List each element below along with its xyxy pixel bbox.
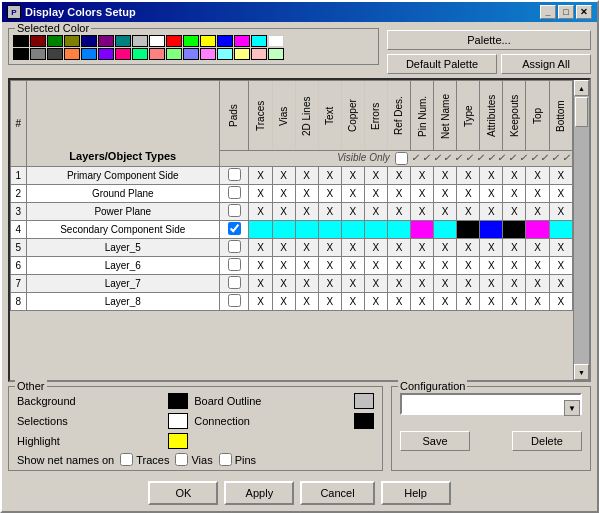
- vias-checkbox-item: Vias: [175, 453, 212, 466]
- pins-checkbox[interactable]: [219, 453, 232, 466]
- config-buttons: Save Delete: [400, 431, 582, 451]
- minimize-button[interactable]: _: [540, 5, 556, 19]
- swatch[interactable]: [251, 35, 267, 47]
- vis-check[interactable]: [228, 294, 241, 307]
- scrollbar-track: [574, 96, 589, 364]
- vias-checkbox[interactable]: [175, 453, 188, 466]
- background-color-box[interactable]: [168, 393, 188, 409]
- traces-checkbox[interactable]: [120, 453, 133, 466]
- swatch[interactable]: [81, 48, 97, 60]
- pins-checkbox-label: Pins: [235, 454, 256, 466]
- connection-label: Connection: [194, 415, 348, 427]
- scrollbar-vertical[interactable]: ▲ ▼: [573, 80, 589, 380]
- swatch-row-2: [13, 48, 374, 60]
- board-outline-color-box[interactable]: [354, 393, 374, 409]
- selections-color-box[interactable]: [168, 413, 188, 429]
- palette-button[interactable]: Palette...: [387, 30, 591, 50]
- vis-check[interactable]: [228, 204, 241, 217]
- swatch[interactable]: [13, 35, 29, 47]
- col-pinnum: Pin Num.: [411, 81, 434, 151]
- default-palette-button[interactable]: Default Palette: [387, 54, 497, 74]
- swatch[interactable]: [13, 48, 29, 60]
- visible-only-label: Visible Only ✓ ✓ ✓ ✓ ✓ ✓ ✓ ✓ ✓ ✓ ✓ ✓ ✓ ✓…: [219, 151, 572, 167]
- swatch[interactable]: [132, 35, 148, 47]
- scroll-up-button[interactable]: ▲: [574, 80, 589, 96]
- vis-check[interactable]: [228, 168, 241, 181]
- vis-check[interactable]: [228, 240, 241, 253]
- vis-check[interactable]: [228, 222, 241, 235]
- other-grid: Background Board Outline Selections Conn…: [17, 393, 374, 449]
- swatch[interactable]: [47, 35, 63, 47]
- swatch[interactable]: [149, 35, 165, 47]
- help-button[interactable]: Help: [381, 481, 451, 505]
- ok-button[interactable]: OK: [148, 481, 218, 505]
- swatch[interactable]: [234, 48, 250, 60]
- swatch[interactable]: [149, 48, 165, 60]
- connection-color-box[interactable]: [354, 413, 374, 429]
- swatch[interactable]: [183, 35, 199, 47]
- vis-check[interactable]: [228, 276, 241, 289]
- col-2dlines: 2D Lines: [295, 81, 318, 151]
- swatch[interactable]: [30, 48, 46, 60]
- scrollbar-thumb[interactable]: [575, 97, 588, 127]
- table-row: 7 Layer_7 XXXXXXXXXXXXXX: [11, 275, 573, 293]
- assign-all-button[interactable]: Assign All: [501, 54, 591, 74]
- show-net-label: Show net names on: [17, 454, 114, 466]
- pins-checkbox-item: Pins: [219, 453, 256, 466]
- col-pads: Pads: [219, 81, 249, 151]
- swatch[interactable]: [115, 35, 131, 47]
- swatch[interactable]: [64, 35, 80, 47]
- swatch[interactable]: [115, 48, 131, 60]
- swatch[interactable]: [251, 48, 267, 60]
- maximize-button[interactable]: □: [558, 5, 574, 19]
- vis-check[interactable]: [228, 186, 241, 199]
- swatch[interactable]: [98, 48, 114, 60]
- swatch[interactable]: [64, 48, 80, 60]
- swatch[interactable]: [98, 35, 114, 47]
- other-group: Other Background Board Outline Selection…: [8, 386, 383, 471]
- swatch[interactable]: [217, 48, 233, 60]
- swatch[interactable]: [200, 48, 216, 60]
- swatch[interactable]: [81, 35, 97, 47]
- board-outline-label: Board Outline: [194, 395, 348, 407]
- swatch[interactable]: [234, 35, 250, 47]
- swatch[interactable]: [268, 35, 284, 47]
- swatch[interactable]: [166, 35, 182, 47]
- table-row: 5 Layer_5 XXXXXXXXXXXXXX: [11, 239, 573, 257]
- config-dropdown[interactable]: [400, 393, 582, 415]
- cancel-button[interactable]: Cancel: [300, 481, 374, 505]
- apply-button[interactable]: Apply: [224, 481, 294, 505]
- swatch[interactable]: [200, 35, 216, 47]
- col-header-num: #: [11, 81, 27, 167]
- bottom-section: Other Background Board Outline Selection…: [8, 386, 591, 471]
- swatch[interactable]: [132, 48, 148, 60]
- scroll-down-button[interactable]: ▼: [574, 364, 589, 380]
- visible-only-checkbox[interactable]: [395, 152, 408, 165]
- configuration-label: Configuration: [398, 380, 467, 392]
- highlight-label: Highlight: [17, 435, 162, 447]
- main-window: P Display Colors Setup _ □ ✕ Selected Co…: [0, 0, 599, 513]
- highlight-color-box[interactable]: [168, 433, 188, 449]
- config-select-wrapper: ▼: [400, 393, 582, 423]
- col-traces: Traces: [249, 81, 272, 151]
- col-top: Top: [526, 81, 549, 151]
- delete-button[interactable]: Delete: [512, 431, 582, 451]
- close-button[interactable]: ✕: [576, 5, 592, 19]
- swatch[interactable]: [183, 48, 199, 60]
- background-label: Background: [17, 395, 162, 407]
- save-button[interactable]: Save: [400, 431, 470, 451]
- table-row: 6 Layer_6 XXXXXXXXXXXXXX: [11, 257, 573, 275]
- app-icon: P: [7, 5, 21, 19]
- swatch[interactable]: [47, 48, 63, 60]
- swatch[interactable]: [217, 35, 233, 47]
- swatch[interactable]: [166, 48, 182, 60]
- traces-checkbox-item: Traces: [120, 453, 169, 466]
- selected-color-label: Selected Color: [15, 22, 91, 34]
- table-row: 3 Power Plane XXXXXXXXXXXXXX: [11, 203, 573, 221]
- other-label: Other: [15, 380, 47, 392]
- swatch[interactable]: [30, 35, 46, 47]
- table-scroll-area[interactable]: #Layers/Object Types Pads Traces Vias 2D…: [10, 80, 573, 380]
- vis-check[interactable]: [228, 258, 241, 271]
- traces-checkbox-label: Traces: [136, 454, 169, 466]
- swatch[interactable]: [268, 48, 284, 60]
